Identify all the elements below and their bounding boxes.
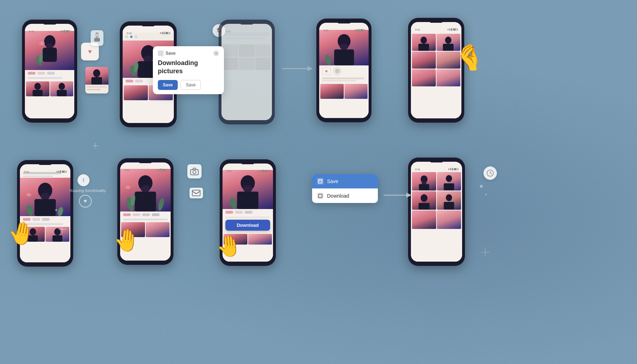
download-item-icon	[317, 193, 323, 199]
svg-rect-39	[53, 235, 63, 242]
svg-point-45	[157, 198, 165, 211]
svg-point-5	[39, 41, 45, 46]
deco-dot-3	[55, 209, 57, 211]
phone-1-notch	[43, 22, 56, 25]
phone-3-grid	[221, 43, 272, 71]
phone-8-photo	[223, 170, 273, 209]
svg-point-10	[93, 69, 100, 77]
svg-point-23	[340, 43, 348, 50]
phone-1-main-photo	[25, 31, 74, 70]
camera-icon	[187, 164, 202, 178]
save-item-label: Save	[327, 178, 338, 184]
svg-rect-62	[444, 183, 454, 190]
phone-1: 9:41	[22, 20, 77, 123]
svg-point-48	[193, 171, 196, 174]
svg-point-6	[34, 83, 41, 90]
save-item-icon	[317, 178, 323, 184]
svg-rect-49	[192, 190, 200, 196]
phone-3-screen: 9:41	[221, 24, 272, 120]
heart-circle-decoration: ♥	[79, 195, 92, 208]
svg-rect-64	[418, 203, 429, 209]
dialog-save-button-1[interactable]: Save	[158, 80, 178, 90]
svg-point-46	[125, 186, 130, 189]
phone-7-photo	[120, 169, 171, 212]
phone-3-content	[221, 24, 272, 120]
phone-4-notch	[338, 21, 350, 23]
svg-rect-42	[135, 192, 156, 212]
phone-6-screen: 9:41	[20, 164, 70, 262]
svg-rect-2	[43, 48, 57, 62]
svg-point-25	[324, 54, 332, 65]
dialog-close-icon[interactable]: ✕	[213, 50, 219, 56]
phone-5-notch	[430, 21, 443, 23]
phone-5-screen: 9:41	[411, 22, 461, 118]
svg-rect-56	[318, 194, 322, 198]
dialog-top-buttons: Save Save	[158, 80, 219, 90]
phone-2-status: 9:41	[123, 31, 174, 36]
svg-point-34	[57, 207, 64, 216]
phone-9-grid	[411, 171, 462, 230]
cross-decoration-2	[480, 247, 491, 258]
svg-point-41	[141, 185, 150, 192]
deco-dot-1	[480, 185, 483, 188]
phone-9-status: 9:41	[411, 167, 462, 172]
phone-1-reactions	[25, 70, 74, 76]
cross-decoration-1	[57, 224, 68, 235]
phone-4-screen: 9:41	[319, 23, 369, 118]
phone-7-status: 9:41	[120, 167, 171, 172]
svg-point-35	[26, 193, 31, 197]
svg-point-26	[421, 37, 427, 44]
phone-6-content	[20, 164, 70, 262]
svg-point-63	[421, 194, 427, 202]
phone-9-notch	[430, 160, 443, 162]
phone-1-status: 9:41	[25, 29, 74, 34]
svg-rect-24	[334, 49, 354, 65]
hand-gesture-6: 🤚	[6, 218, 37, 248]
phone-3-notch	[241, 22, 253, 25]
save-dialog-bottom: Save Download	[312, 174, 378, 203]
phone-4-content: ♥	[319, 23, 369, 118]
phone-4-status: 9:41	[319, 28, 369, 33]
svg-point-8	[58, 83, 65, 90]
dialog-save-button-2[interactable]: Save	[181, 80, 201, 90]
svg-point-65	[446, 194, 452, 201]
svg-point-61	[446, 175, 452, 182]
phone-9-screen: 9:41	[411, 162, 462, 262]
dialog-top-titlebar: Save ✕	[158, 50, 219, 56]
download-item-label: Download	[327, 193, 349, 199]
deco-plus-1	[92, 142, 99, 149]
svg-rect-13	[94, 38, 100, 42]
svg-rect-60	[419, 184, 429, 190]
phone-4-grid	[319, 83, 369, 100]
svg-point-33	[26, 204, 34, 216]
phone-6: 9:41	[17, 160, 73, 267]
save-dialog-top: Save ✕ Downloading pictures Save Save	[153, 46, 224, 94]
floating-card-1	[85, 67, 108, 93]
svg-rect-7	[33, 90, 43, 96]
svg-marker-21	[307, 66, 313, 71]
phone-3-status: 9:41	[221, 29, 272, 34]
phone-6-photo	[20, 178, 70, 216]
svg-rect-11	[91, 77, 102, 85]
phone-1-screen: 9:41	[25, 24, 74, 118]
download-button-phone[interactable]: Download	[225, 220, 270, 231]
dialog-top-main-text: Downloading pictures	[158, 59, 219, 76]
man-figure-1	[36, 33, 64, 70]
phone-8-notch	[242, 162, 254, 164]
clock-icon	[483, 166, 497, 180]
dialog-download-item[interactable]: Download	[312, 189, 378, 203]
phone-9-content	[411, 162, 462, 262]
bottom-text-label: %saving functionality	[69, 188, 112, 193]
dialog-save-item[interactable]: Save	[312, 174, 378, 189]
svg-rect-27	[418, 44, 429, 51]
svg-rect-66	[444, 202, 454, 209]
svg-point-53	[229, 197, 237, 209]
phone-1-content	[25, 24, 74, 118]
phone-5: 9:41	[408, 18, 464, 123]
phone-6-notch	[39, 163, 52, 165]
phone-3: 9:41	[219, 20, 275, 124]
phone-5-status: 9:41	[411, 27, 461, 32]
phone-2-notch	[142, 24, 155, 26]
phone-4-photo	[319, 30, 369, 65]
phone-8-status: 9:41	[223, 168, 273, 173]
